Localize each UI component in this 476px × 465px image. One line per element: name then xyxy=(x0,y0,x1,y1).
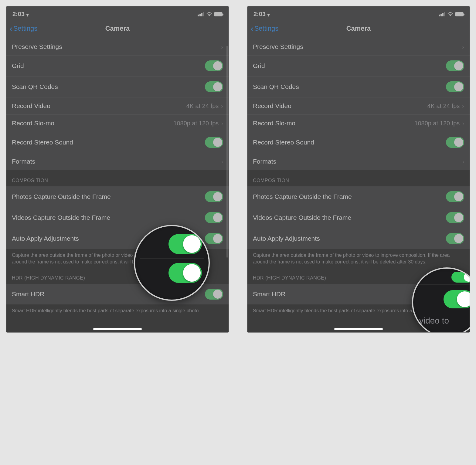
magnified-toggle-videos[interactable] xyxy=(168,263,202,283)
row-label: Videos Capture Outside the Frame xyxy=(12,214,205,221)
row-stereo-sound[interactable]: Record Stereo Sound xyxy=(6,132,229,153)
status-time: 2:03 xyxy=(12,11,25,18)
row-record-video[interactable]: Record Video 4K at 24 fps › xyxy=(247,97,470,115)
toggle-stereo[interactable] xyxy=(446,137,464,148)
back-button[interactable]: ‹ Settings xyxy=(9,24,37,33)
settings-list: Preserve Settings › Grid Scan QR Codes R… xyxy=(6,38,229,170)
row-grid[interactable]: Grid xyxy=(247,56,470,76)
chevron-right-icon: › xyxy=(462,103,464,110)
magnified-toggle-photos[interactable] xyxy=(168,234,202,254)
row-label: Photos Capture Outside the Frame xyxy=(253,193,446,200)
row-preserve-settings[interactable]: Preserve Settings › xyxy=(247,38,470,56)
row-value: 4K at 24 fps xyxy=(427,103,460,110)
section-header-composition: COMPOSITION xyxy=(6,170,229,186)
row-preserve-settings[interactable]: Preserve Settings › xyxy=(6,38,229,56)
magnified-footer-fragment: video to xyxy=(418,314,470,326)
row-qr-codes[interactable]: Scan QR Codes xyxy=(6,76,229,97)
row-stereo-sound[interactable]: Record Stereo Sound xyxy=(247,132,470,153)
row-label: Auto Apply Adjustments xyxy=(253,235,446,242)
row-label: Record Stereo Sound xyxy=(12,139,205,146)
phone-left: 2:03 ‹ Settings Camera Preserve Settings… xyxy=(6,6,229,333)
row-videos-outside-frame[interactable]: Videos Capture Outside the Frame xyxy=(247,207,470,228)
status-time: 2:03 xyxy=(253,11,266,18)
row-label: Scan QR Codes xyxy=(253,83,446,90)
toggle-auto-apply[interactable] xyxy=(205,233,223,244)
chevron-right-icon: › xyxy=(462,158,464,165)
signal-icon xyxy=(198,12,204,16)
status-bar: 2:03 xyxy=(247,6,470,20)
status-bar: 2:03 xyxy=(6,6,229,20)
section-header-composition: COMPOSITION xyxy=(247,170,470,186)
nav-bar: ‹ Settings Camera xyxy=(247,20,470,38)
row-grid[interactable]: Grid xyxy=(6,56,229,76)
chevron-right-icon: › xyxy=(221,158,223,165)
row-value: 4K at 24 fps xyxy=(186,103,219,110)
location-icon xyxy=(267,11,270,18)
row-label: Grid xyxy=(253,62,446,70)
chevron-right-icon: › xyxy=(462,120,464,127)
wifi-icon xyxy=(206,12,212,17)
page-title: Camera xyxy=(346,25,371,32)
row-label: Preserve Settings xyxy=(253,43,462,50)
chevron-right-icon: › xyxy=(221,43,223,50)
toggle-stereo[interactable] xyxy=(205,137,223,148)
toggle-smart-hdr[interactable] xyxy=(205,289,223,300)
wifi-icon xyxy=(447,12,453,17)
scrollbar[interactable] xyxy=(226,46,228,258)
row-record-video[interactable]: Record Video 4K at 24 fps › xyxy=(6,97,229,115)
home-indicator[interactable] xyxy=(93,328,142,330)
chevron-right-icon: › xyxy=(221,103,223,110)
row-label: Record Video xyxy=(253,102,427,110)
battery-icon xyxy=(455,12,464,16)
row-videos-outside-frame[interactable]: Videos Capture Outside the Frame xyxy=(6,207,229,228)
chevron-right-icon: › xyxy=(462,43,464,50)
settings-list: Preserve Settings › Grid Scan QR Codes R… xyxy=(247,38,470,170)
row-photos-outside-frame[interactable]: Photos Capture Outside the Frame xyxy=(247,186,470,207)
battery-icon xyxy=(214,12,223,16)
row-record-slomo[interactable]: Record Slo-mo 1080p at 120 fps › xyxy=(6,115,229,132)
back-label: Settings xyxy=(13,25,38,32)
row-label: Formats xyxy=(253,158,462,165)
signal-icon xyxy=(439,12,445,16)
toggle-auto-apply[interactable] xyxy=(446,233,464,244)
phone-right: 2:03 ‹ Settings Camera Preserve Settings… xyxy=(247,6,470,333)
magnifier-callout xyxy=(134,225,210,301)
row-auto-apply[interactable]: Auto Apply Adjustments xyxy=(247,228,470,249)
row-label: Record Video xyxy=(12,102,186,110)
page-title: Camera xyxy=(105,25,130,32)
chevron-right-icon: › xyxy=(221,120,223,127)
toggle-qr[interactable] xyxy=(205,81,223,92)
row-value: 1080p at 120 fps xyxy=(173,120,219,127)
home-indicator[interactable] xyxy=(334,328,383,330)
chevron-left-icon: ‹ xyxy=(250,24,254,33)
toggle-photos-outside[interactable] xyxy=(446,191,464,202)
toggle-grid[interactable] xyxy=(205,60,223,71)
row-formats[interactable]: Formats › xyxy=(6,153,229,170)
row-label: Photos Capture Outside the Frame xyxy=(12,193,205,200)
row-label: Preserve Settings xyxy=(12,43,221,50)
chevron-left-icon: ‹ xyxy=(9,24,13,33)
nav-bar: ‹ Settings Camera xyxy=(6,20,229,38)
back-label: Settings xyxy=(254,25,279,32)
toggle-grid[interactable] xyxy=(446,60,464,71)
toggle-videos-outside[interactable] xyxy=(205,212,223,223)
row-label: Record Slo-mo xyxy=(253,120,414,127)
toggle-photos-outside[interactable] xyxy=(205,191,223,202)
row-qr-codes[interactable]: Scan QR Codes xyxy=(247,76,470,97)
section-footer-composition: Capture the area outside the frame of th… xyxy=(247,249,470,272)
toggle-qr[interactable] xyxy=(446,81,464,92)
location-icon xyxy=(26,11,29,18)
magnified-toggle-auto-apply[interactable] xyxy=(444,290,470,308)
back-button[interactable]: ‹ Settings xyxy=(250,24,278,33)
row-value: 1080p at 120 fps xyxy=(414,120,460,127)
row-label: Scan QR Codes xyxy=(12,83,205,90)
row-record-slomo[interactable]: Record Slo-mo 1080p at 120 fps › xyxy=(247,115,470,132)
row-formats[interactable]: Formats › xyxy=(247,153,470,170)
row-label: Formats xyxy=(12,158,221,165)
row-label: Record Slo-mo xyxy=(12,120,173,127)
toggle-videos-outside[interactable] xyxy=(446,212,464,223)
row-label: Grid xyxy=(12,62,205,70)
row-label: Videos Capture Outside the Frame xyxy=(253,214,446,221)
row-photos-outside-frame[interactable]: Photos Capture Outside the Frame xyxy=(6,186,229,207)
row-label: Record Stereo Sound xyxy=(253,139,446,146)
